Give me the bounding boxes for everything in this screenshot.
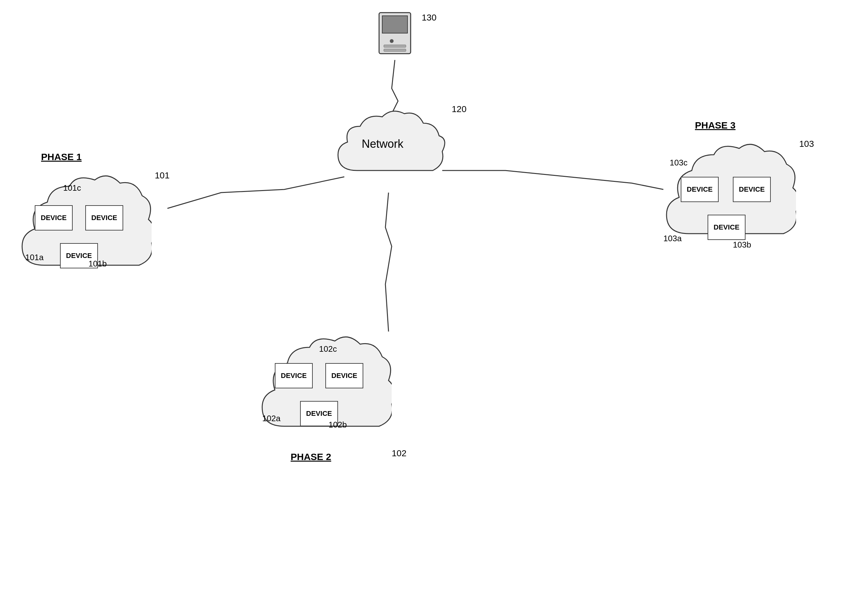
phase1-label: PHASE 1 bbox=[41, 151, 82, 162]
phase1-device-2: DEVICE bbox=[85, 205, 123, 230]
phase2-device-1: DEVICE bbox=[275, 363, 313, 388]
svg-rect-3 bbox=[384, 45, 406, 47]
label-101c: 101c bbox=[63, 183, 81, 193]
connection-lines bbox=[0, 0, 857, 616]
label-phase2-id: 102 bbox=[392, 448, 407, 459]
label-102b: 102b bbox=[328, 420, 347, 430]
label-102a: 102a bbox=[262, 414, 280, 423]
label-server-id: 130 bbox=[422, 12, 436, 23]
phase3-device-2: DEVICE bbox=[733, 177, 771, 202]
label-101a: 101a bbox=[25, 253, 43, 262]
svg-rect-4 bbox=[384, 49, 406, 51]
phase3-label: PHASE 3 bbox=[695, 120, 735, 131]
label-network-id: 120 bbox=[452, 104, 467, 114]
label-103a: 103a bbox=[664, 234, 682, 244]
network-text: Network bbox=[362, 137, 404, 151]
phase1-device-1: DEVICE bbox=[35, 205, 73, 230]
label-phase3-id: 103 bbox=[799, 139, 814, 149]
label-103b: 103b bbox=[733, 240, 751, 250]
diagram-container: 130 Network 120 DEVICE DEVICE DEVICE PHA… bbox=[0, 0, 857, 616]
label-102c: 102c bbox=[319, 344, 337, 354]
label-phase1-id: 101 bbox=[155, 170, 170, 181]
phase2-label: PHASE 2 bbox=[291, 451, 331, 462]
label-103c: 103c bbox=[670, 158, 687, 168]
phase3-device-1: DEVICE bbox=[681, 177, 719, 202]
label-101b: 101b bbox=[88, 259, 107, 269]
server-icon bbox=[373, 9, 417, 60]
phase3-device-3: DEVICE bbox=[708, 215, 746, 240]
svg-point-2 bbox=[390, 39, 394, 43]
svg-rect-1 bbox=[382, 16, 407, 33]
phase2-device-2: DEVICE bbox=[325, 363, 363, 388]
